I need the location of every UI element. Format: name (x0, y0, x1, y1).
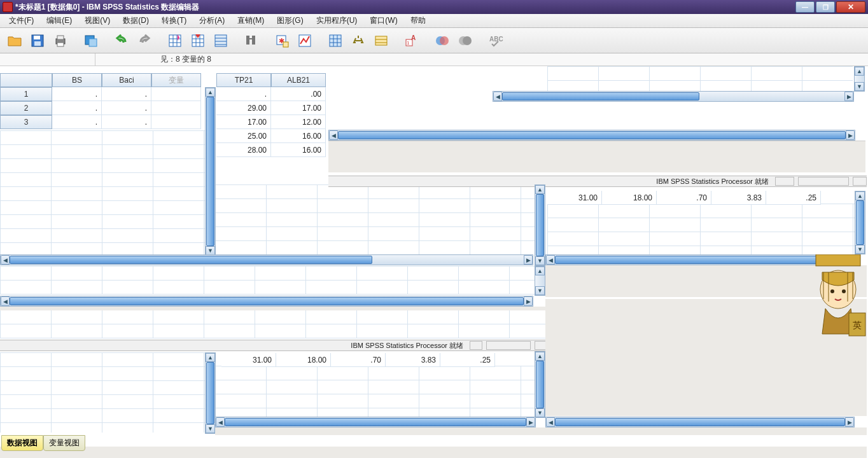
data-cell[interactable]: .70 (331, 353, 386, 367)
variables-icon[interactable] (210, 31, 232, 51)
show-all-icon[interactable]: 1A (401, 31, 423, 51)
vertical-scrollbar[interactable]: ▲▼ (205, 352, 216, 434)
data-cell[interactable]: 31.00 (547, 191, 602, 205)
weight-cases-icon[interactable] (294, 31, 316, 51)
scroll-left-icon[interactable]: ◀ (216, 417, 225, 427)
find-icon[interactable] (241, 31, 262, 51)
maximize-button[interactable]: ❐ (816, 1, 835, 13)
use-sets-icon[interactable] (370, 31, 392, 51)
data-cell[interactable]: 12.00 (271, 115, 326, 129)
scroll-left-icon[interactable]: ◀ (546, 417, 555, 427)
redo-icon[interactable] (134, 31, 155, 51)
scroll-up-icon[interactable]: ▲ (855, 67, 864, 76)
col-header[interactable]: BS (52, 73, 102, 87)
vertical-scrollbar[interactable]: ▲▼ (855, 191, 865, 254)
data-cell[interactable] (151, 115, 201, 129)
horizontal-scrollbar[interactable]: ◀▶ (0, 254, 533, 265)
data-cell[interactable]: .00 (271, 87, 326, 101)
data-cell[interactable]: 3.83 (386, 353, 440, 367)
open-icon[interactable] (4, 31, 25, 51)
menu-transform[interactable]: 转换(T) (155, 14, 193, 27)
col-header-empty[interactable]: 变量 (151, 73, 201, 87)
data-cell[interactable]: 16.00 (271, 143, 326, 157)
goto-case-icon[interactable] (164, 31, 186, 51)
data-cell[interactable]: 16.00 (271, 129, 326, 143)
close-button[interactable]: ✕ (836, 1, 865, 13)
scroll-up-icon[interactable]: ▲ (535, 267, 545, 275)
scroll-up-icon[interactable]: ▲ (535, 185, 545, 194)
spellcheck-icon[interactable]: ABC (485, 31, 507, 51)
scroll-down-icon[interactable]: ▼ (206, 424, 215, 433)
data-cell[interactable]: 18.00 (602, 191, 657, 205)
menu-analyze[interactable]: 分析(A) (193, 14, 231, 27)
scroll-left-icon[interactable]: ◀ (1, 296, 10, 306)
scroll-down-icon[interactable]: ▼ (535, 256, 545, 265)
scroll-down-icon[interactable]: ▼ (206, 246, 215, 255)
data-cell[interactable]: 25.00 (216, 129, 271, 143)
data-cell[interactable]: . (102, 115, 151, 129)
split-file-icon[interactable]: ✱ (271, 31, 293, 51)
menu-graphs[interactable]: 图形(G) (270, 14, 309, 27)
vertical-scrollbar[interactable]: ▲▼ (535, 266, 545, 296)
data-cell[interactable] (151, 101, 201, 115)
vertical-scrollbar[interactable]: ▲▼ (205, 87, 216, 256)
scroll-down-icon[interactable]: ▼ (535, 408, 545, 417)
corner-cell[interactable] (0, 73, 52, 87)
data-cell[interactable]: 3.83 (711, 191, 766, 205)
recall-dialog-icon[interactable] (80, 31, 102, 51)
menu-direct[interactable]: 直销(M) (231, 14, 270, 27)
data-cell[interactable]: 29.00 (216, 101, 271, 115)
circles1-icon[interactable] (431, 31, 453, 51)
scroll-left-icon[interactable]: ◀ (546, 255, 555, 265)
scroll-right-icon[interactable]: ▶ (524, 296, 533, 306)
undo-icon[interactable] (111, 31, 132, 51)
circles2-icon[interactable] (454, 31, 476, 51)
data-cell[interactable] (151, 87, 201, 101)
goto-var-icon[interactable] (187, 31, 209, 51)
col-header[interactable]: TP21 (216, 73, 271, 87)
data-cell[interactable]: 31.00 (221, 353, 276, 367)
scroll-right-icon[interactable]: ▶ (845, 417, 854, 427)
col-header[interactable]: Baci (102, 73, 151, 87)
minimize-button[interactable]: — (795, 1, 815, 13)
data-cell[interactable]: . (216, 87, 271, 101)
scroll-right-icon[interactable]: ▶ (526, 417, 535, 427)
scroll-up-icon[interactable]: ▲ (206, 353, 215, 362)
print-icon[interactable] (50, 31, 71, 51)
menu-window[interactable]: 窗口(W) (363, 14, 403, 27)
scroll-left-icon[interactable]: ◀ (1, 255, 10, 265)
scroll-down-icon[interactable]: ▼ (535, 286, 545, 295)
scroll-down-icon[interactable]: ▼ (855, 82, 864, 91)
data-cell[interactable]: 17.00 (216, 115, 271, 129)
data-cell[interactable]: . (52, 115, 102, 129)
menu-data[interactable]: 数据(D) (116, 14, 155, 27)
tab-data-view[interactable]: 数据视图 (1, 435, 43, 451)
tab-variable-view[interactable]: 变量视图 (43, 435, 85, 451)
data-cell[interactable]: 17.00 (271, 101, 326, 115)
menu-edit[interactable]: 编辑(E) (40, 14, 78, 27)
scroll-right-icon[interactable]: ▶ (844, 92, 853, 101)
data-cell[interactable]: . (102, 87, 151, 101)
scroll-right-icon[interactable]: ▶ (524, 255, 533, 265)
vertical-scrollbar[interactable]: ▲▼ (535, 351, 545, 418)
col-header[interactable]: ALB21 (271, 73, 326, 87)
mascot-icon[interactable]: 英 (809, 254, 867, 340)
scroll-right-icon[interactable]: ▶ (846, 130, 855, 140)
row-header[interactable]: 2 (0, 101, 52, 115)
row-header[interactable]: 3 (0, 115, 52, 129)
horizontal-scrollbar[interactable]: ◀▶ (215, 417, 536, 427)
horizontal-scrollbar[interactable]: ◀▶ (328, 130, 855, 141)
horizontal-scrollbar[interactable]: ◀▶ (545, 254, 855, 265)
horizontal-scrollbar[interactable]: ◀▶ (545, 417, 855, 427)
data-cell[interactable]: .25 (440, 353, 495, 367)
data-cell[interactable]: . (102, 101, 151, 115)
row-header[interactable]: 1 (0, 87, 52, 101)
menu-util[interactable]: 实用程序(U) (310, 14, 364, 27)
data-cell[interactable]: . (52, 101, 102, 115)
data-cell[interactable]: 28.00 (216, 143, 271, 157)
scroll-left-icon[interactable]: ◀ (493, 92, 502, 101)
value-labels-icon[interactable] (347, 31, 369, 51)
scroll-up-icon[interactable]: ▲ (206, 88, 215, 97)
data-cell[interactable]: .25 (766, 191, 821, 205)
data-cell[interactable]: .70 (657, 191, 711, 205)
